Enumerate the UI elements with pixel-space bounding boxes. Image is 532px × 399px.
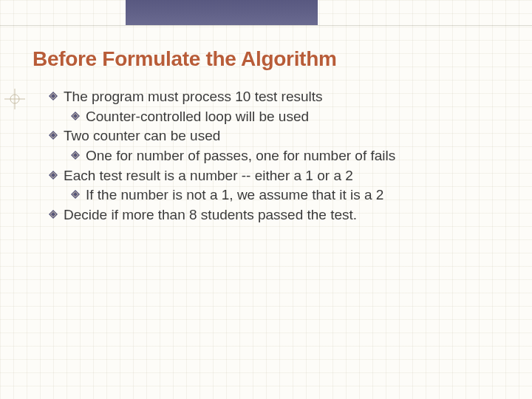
bullet-text: If the number is not a 1, we assume that… bbox=[86, 187, 383, 202]
svg-point-2 bbox=[10, 95, 19, 103]
bullet-text: Two counter can be used bbox=[64, 128, 220, 143]
bullet-text: The program must process 10 test results bbox=[64, 89, 323, 104]
list-item: Each test result is a number -- either a… bbox=[33, 166, 499, 185]
bullet-text: One for number of passes, one for number… bbox=[86, 148, 395, 163]
bullet-text: Decide if more than 8 students passed th… bbox=[64, 207, 357, 222]
crosshair-decoration bbox=[4, 89, 25, 109]
diamond-bullet-icon bbox=[71, 190, 80, 199]
list-item: One for number of passes, one for number… bbox=[33, 146, 499, 166]
list-item: Two counter can be used bbox=[33, 126, 499, 146]
list-item: The program must process 10 test results bbox=[33, 87, 499, 106]
slide-title: Before Formulate the Algorithm bbox=[33, 47, 337, 71]
bullet-text: Counter-controlled loop will be used bbox=[86, 109, 309, 124]
header-underline bbox=[0, 25, 532, 26]
diamond-bullet-icon bbox=[49, 210, 58, 219]
diamond-bullet-icon bbox=[49, 171, 58, 180]
diamond-bullet-icon bbox=[71, 112, 80, 120]
header-band bbox=[126, 0, 318, 25]
bullet-text: Each test result is a number -- either a… bbox=[64, 168, 353, 183]
list-item: Decide if more than 8 students passed th… bbox=[33, 205, 499, 225]
list-item: If the number is not a 1, we assume that… bbox=[33, 185, 499, 205]
diamond-bullet-icon bbox=[49, 131, 58, 140]
slide-body: The program must process 10 test results… bbox=[33, 87, 499, 225]
diamond-bullet-icon bbox=[49, 92, 58, 100]
diamond-bullet-icon bbox=[71, 151, 80, 160]
list-item: Counter-controlled loop will be used bbox=[33, 107, 499, 126]
